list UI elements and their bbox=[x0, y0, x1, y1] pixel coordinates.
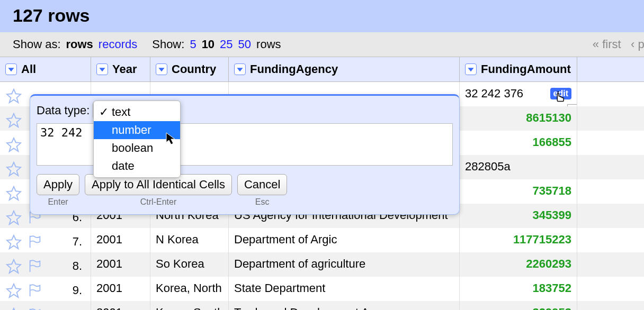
star-icon[interactable] bbox=[5, 136, 22, 153]
cell-amount-string[interactable]: 282805a bbox=[460, 155, 577, 179]
cell-year[interactable]: 2001 bbox=[91, 301, 150, 310]
cell-amount[interactable]: 8615130 bbox=[460, 106, 577, 131]
data-type-label: Data type: bbox=[37, 104, 90, 117]
controls-bar: Show as: rows records Show: 5 10 25 50 r… bbox=[0, 32, 644, 57]
cell-amount[interactable]: 166855 bbox=[460, 131, 577, 155]
edit-cell-button[interactable]: edit bbox=[550, 88, 571, 99]
cell-amount[interactable]: 735718 bbox=[460, 179, 577, 204]
column-header-country: Country bbox=[172, 62, 216, 76]
cell-amount[interactable]: 183752 bbox=[460, 277, 577, 301]
cancel-shortcut: Esc bbox=[255, 197, 270, 207]
data-type-option-number[interactable]: number bbox=[94, 121, 180, 139]
star-icon[interactable] bbox=[5, 258, 22, 275]
table-row: 8. 2001 So Korea Department of agricultu… bbox=[0, 252, 644, 277]
flag-icon[interactable] bbox=[26, 233, 43, 250]
count-option-5[interactable]: 5 bbox=[190, 38, 196, 51]
apply-shortcut: Enter bbox=[48, 197, 68, 207]
star-icon[interactable] bbox=[5, 233, 22, 250]
cancel-button[interactable]: Cancel bbox=[237, 174, 287, 195]
view-option-rows[interactable]: rows bbox=[66, 38, 93, 51]
apply-all-shortcut: Ctrl-Enter bbox=[140, 197, 176, 207]
table-row: 9. 2001 Korea, North State Department 18… bbox=[0, 277, 644, 301]
cell-amount[interactable]: 117715223 bbox=[460, 228, 577, 252]
cell-agency[interactable]: Trade and Development Agency bbox=[229, 301, 460, 310]
cell-year[interactable]: 2001 bbox=[91, 252, 150, 277]
cell-amount[interactable]: 329953 bbox=[460, 301, 577, 310]
flag-icon[interactable] bbox=[26, 282, 43, 299]
cell-agency[interactable]: State Department bbox=[229, 277, 460, 301]
data-type-dropdown: ✓text number boolean date bbox=[93, 101, 181, 178]
show-label: Show: bbox=[152, 38, 184, 51]
table-row: 7. 2001 N Korea Department of Argic 1177… bbox=[0, 228, 644, 252]
flag-icon[interactable] bbox=[26, 306, 43, 310]
cell-amount[interactable]: 2260293 bbox=[460, 252, 577, 277]
row-count-title: 127 rows bbox=[0, 0, 644, 32]
column-header-amount: FundingAmount bbox=[481, 62, 571, 76]
table-row: 10. 2001 Korea, South Trade and Developm… bbox=[0, 301, 644, 310]
column-menu-year[interactable] bbox=[96, 63, 108, 75]
star-icon[interactable] bbox=[5, 209, 22, 226]
cell-agency[interactable]: Department of agriculture bbox=[229, 252, 460, 277]
pager-first[interactable]: « first bbox=[593, 38, 621, 51]
column-header-all: All bbox=[21, 62, 36, 76]
apply-button[interactable]: Apply bbox=[37, 174, 79, 195]
count-option-50[interactable]: 50 bbox=[238, 38, 251, 51]
cell-country[interactable]: Korea, South bbox=[150, 301, 229, 310]
row-index: 9. bbox=[73, 284, 82, 297]
column-menu-agency[interactable] bbox=[234, 63, 246, 75]
flag-icon[interactable] bbox=[26, 258, 43, 275]
cell-agency[interactable]: Department of Argic bbox=[229, 228, 460, 252]
star-icon[interactable] bbox=[5, 282, 22, 299]
star-icon[interactable] bbox=[5, 112, 22, 129]
row-index: 8. bbox=[73, 259, 82, 273]
cell-amount-string: 32 242 376 bbox=[465, 87, 523, 101]
star-icon[interactable] bbox=[5, 185, 22, 202]
show-as-label: Show as: bbox=[13, 38, 61, 51]
row-index: 10. bbox=[66, 308, 82, 310]
column-menu-amount[interactable] bbox=[465, 63, 477, 75]
table-header: All Year Country FundingAgency FundingAm… bbox=[0, 57, 644, 82]
column-header-year: Year bbox=[112, 62, 137, 76]
count-suffix: rows bbox=[256, 38, 281, 51]
data-type-option-date[interactable]: date bbox=[94, 157, 180, 175]
data-type-option-text[interactable]: ✓text bbox=[94, 103, 180, 121]
data-type-option-boolean[interactable]: boolean bbox=[94, 139, 180, 157]
column-menu-all[interactable] bbox=[5, 63, 17, 75]
cell-amount[interactable]: 345399 bbox=[460, 204, 577, 228]
star-icon[interactable] bbox=[5, 160, 22, 177]
column-menu-country[interactable] bbox=[156, 63, 167, 75]
star-icon[interactable] bbox=[5, 306, 22, 310]
view-option-records[interactable]: records bbox=[99, 38, 137, 51]
pager-prev[interactable]: ‹ pr bbox=[631, 38, 644, 51]
cell-country[interactable]: So Korea bbox=[150, 252, 229, 277]
edit-cell-tooltip: Edit this cell bbox=[567, 104, 577, 106]
row-index: 7. bbox=[73, 235, 82, 249]
page: 127 rows Show as: rows records Show: 5 1… bbox=[0, 0, 644, 310]
cell-year[interactable]: 2001 bbox=[91, 228, 150, 252]
column-header-agency: FundingAgency bbox=[250, 62, 338, 76]
cell-country[interactable]: Korea, North bbox=[150, 277, 229, 301]
count-option-10[interactable]: 10 bbox=[202, 38, 214, 51]
cell-country[interactable]: N Korea bbox=[150, 228, 229, 252]
count-option-25[interactable]: 25 bbox=[220, 38, 232, 51]
cell-year[interactable]: 2001 bbox=[91, 277, 150, 301]
star-icon[interactable] bbox=[5, 87, 22, 104]
